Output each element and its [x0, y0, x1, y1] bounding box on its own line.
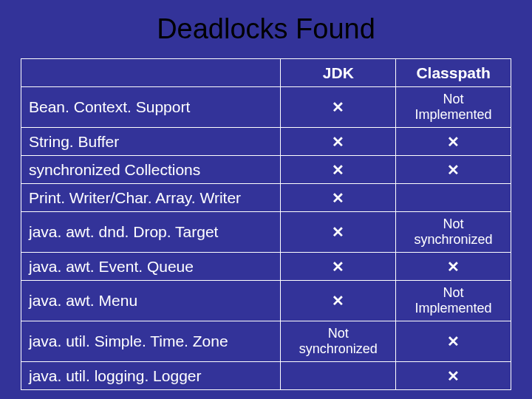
cell-classpath — [396, 184, 511, 212]
cell-classpath: ✕ — [396, 321, 511, 362]
header-jdk: JDK — [281, 59, 396, 87]
table-row: synchronized Collections ✕ ✕ — [21, 156, 511, 184]
row-name: java. awt. Menu — [21, 281, 281, 321]
row-name: java. awt. Event. Queue — [21, 253, 281, 281]
cell-classpath: Not Implemented — [396, 87, 511, 128]
table-row: String. Buffer ✕ ✕ — [21, 128, 511, 156]
row-name: synchronized Collections — [21, 156, 281, 184]
table-row: Print. Writer/Char. Array. Writer ✕ — [21, 184, 511, 212]
table-header-row: JDK Classpath — [21, 59, 511, 87]
table-row: java. awt. dnd. Drop. Target ✕ Not synch… — [21, 212, 511, 253]
table-row: java. util. Simple. Time. Zone Not synch… — [21, 321, 511, 362]
cell-jdk: ✕ — [281, 156, 396, 184]
cell-jdk: ✕ — [281, 212, 396, 253]
cell-classpath: Not Implemented — [396, 281, 511, 321]
cell-jdk: ✕ — [281, 184, 396, 212]
deadlock-table: JDK Classpath Bean. Context. Support ✕ N… — [21, 58, 511, 390]
row-name: Print. Writer/Char. Array. Writer — [21, 184, 281, 212]
row-name: java. awt. dnd. Drop. Target — [21, 212, 281, 253]
cell-classpath: ✕ — [396, 156, 511, 184]
cell-jdk: ✕ — [281, 281, 396, 321]
table-row: java. awt. Event. Queue ✕ ✕ — [21, 253, 511, 281]
table-row: Bean. Context. Support ✕ Not Implemented — [21, 87, 511, 128]
cell-classpath: ✕ — [396, 253, 511, 281]
header-classpath: Classpath — [396, 59, 511, 87]
cell-jdk — [281, 362, 396, 390]
table-row: java. util. logging. Logger ✕ — [21, 362, 511, 390]
cell-jdk: Not synchronized — [281, 321, 396, 362]
cell-jdk: ✕ — [281, 253, 396, 281]
slide: Deadlocks Found JDK Classpath Bean. Cont… — [0, 0, 532, 399]
cell-jdk: ✕ — [281, 128, 396, 156]
page-title: Deadlocks Found — [21, 13, 511, 45]
header-blank — [21, 59, 281, 87]
cell-classpath: ✕ — [396, 128, 511, 156]
row-name: String. Buffer — [21, 128, 281, 156]
table-row: java. awt. Menu ✕ Not Implemented — [21, 281, 511, 321]
cell-classpath: ✕ — [396, 362, 511, 390]
cell-classpath: Not synchronized — [396, 212, 511, 253]
row-name: Bean. Context. Support — [21, 87, 281, 128]
row-name: java. util. logging. Logger — [21, 362, 281, 390]
row-name: java. util. Simple. Time. Zone — [21, 321, 281, 362]
cell-jdk: ✕ — [281, 87, 396, 128]
